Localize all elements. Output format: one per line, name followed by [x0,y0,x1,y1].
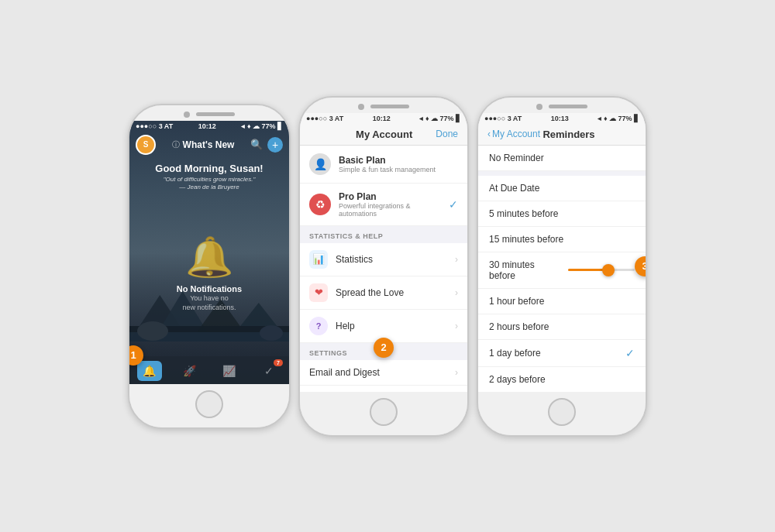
reminder-1-day[interactable]: 1 day before ✓ [478,340,646,367]
info-icon: ⓘ [172,139,180,150]
search-icon[interactable]: 🔍 [250,139,263,150]
help-icon: ? [309,317,328,335]
nav-center: ⓘ What's New [172,139,235,150]
phone-1-status-bar: ●●●○○ 3 AT 10:12 ◂ ♦ ☁ 77% ▋ [129,121,289,132]
statistics-item[interactable]: 📊 Statistics › [300,243,467,276]
phone-1-navbar: S ⓘ What's New 🔍 + [129,132,289,158]
phone-1-bottom [129,384,289,427]
reminder-15-min[interactable]: 15 minutes before [478,227,646,252]
phone-2-status-bar: ●●●○○ 3 AT 10:12 ◂ ♦ ☁ 77% ▋ [300,113,467,124]
carrier-3: ●●●○○ 3 AT [484,115,522,122]
reminder-30-min[interactable]: 30 minutes before [478,252,646,289]
time-2: 10:12 [373,115,391,122]
phone-1: ●●●○○ 3 AT 10:12 ◂ ♦ ☁ 77% ▋ S ⓘ What's … [128,104,291,429]
reminder-label-2-days: 2 days before [489,374,635,385]
tab-tasks[interactable]: ✓ 7 [250,361,290,381]
battery-3: ◂ ♦ ☁ 77% ▋ [598,115,639,122]
reminder-2-days[interactable]: 2 days before [478,367,646,392]
phone-3-screen: ●●●○○ 3 AT 10:13 ◂ ♦ ☁ 77% ▋ ‹ My Accoun… [478,113,646,392]
nav-icons: 🔍 + [250,137,283,153]
spread-love-item[interactable]: ❤ Spread the Love › [300,276,467,310]
reminder-label-2-hours: 2 hours before [489,321,635,332]
quote-text: "Out of difficulties grow miracles." — J… [129,176,289,192]
pro-plan-desc: Powerful integrations & automations [339,202,449,218]
reminder-5-min[interactable]: 5 minutes before [478,201,646,227]
phone-2-title: My Account [356,129,412,140]
step-label-2: 2 [374,338,394,358]
plans-section: 👤 Basic Plan Simple & fun task managemen… [300,146,467,226]
reminder-1-day-check: ✓ [625,347,635,359]
phone-3-navbar: ‹ My Account Reminders [478,124,646,146]
reminder-no-reminder[interactable]: No Reminder [478,146,646,171]
time-1: 10:12 [198,122,216,130]
slider-thumb[interactable] [602,264,615,276]
pro-plan-item[interactable]: ♻ Pro Plan Powerful integrations & autom… [300,184,467,226]
home-button-3[interactable] [548,398,576,426]
basic-plan-item[interactable]: 👤 Basic Plan Simple & fun task managemen… [300,146,467,184]
reminder-slider-container[interactable] [562,269,635,271]
statistics-chevron: › [455,254,458,265]
phone-3-speaker [549,105,587,108]
reminders-item[interactable]: Reminders › [300,386,467,392]
battery-1: ◂ ♦ ☁ 77% ▋ [241,122,283,130]
help-chevron: › [455,321,458,331]
tab-rocket[interactable]: 🚀 [170,361,210,381]
carrier-2: ●●●○○ 3 AT [306,115,343,122]
no-notification-sub: You have no new notifications. [182,293,236,313]
bell-icon: 🔔 [185,235,233,280]
basic-plan-name: Basic Plan [339,155,458,166]
statistics-icon: 📊 [309,250,328,269]
phone-3-bottom [478,392,646,435]
spread-love-chevron: › [455,287,458,298]
battery-2: ◂ ♦ ☁ 77% ▋ [419,115,461,122]
time-3: 10:13 [551,115,569,122]
back-button[interactable]: ‹ My Account [487,129,540,139]
phone-1-screen: ●●●○○ 3 AT 10:12 ◂ ♦ ☁ 77% ▋ S ⓘ What's … [129,121,289,384]
stats-help-section-header: STATISTICS & HELP [300,226,467,243]
home-button-1[interactable] [195,390,223,418]
reminders-list: No Reminder At Due Date 5 minutes before… [478,146,646,392]
help-label: Help [336,321,455,331]
basic-plan-info: Basic Plan Simple & fun task management [339,155,458,173]
home-button-2[interactable] [370,398,398,426]
phone-3: ●●●○○ 3 AT 10:13 ◂ ♦ ☁ 77% ▋ ‹ My Accoun… [477,96,647,437]
phone-2-bottom [300,392,467,435]
phones-container: ●●●○○ 3 AT 10:12 ◂ ♦ ☁ 77% ▋ S ⓘ What's … [112,81,663,452]
reminder-at-due-date[interactable]: At Due Date [478,176,646,201]
phone-1-top [129,105,289,121]
spread-love-label: Spread the Love [336,287,455,298]
user-avatar[interactable]: S [136,135,156,155]
settings-section: Email and Digest › Reminders › Notificat… [300,360,467,392]
email-digest-chevron: › [455,367,458,378]
email-digest-item[interactable]: Email and Digest › [300,360,467,386]
phone-3-top [478,98,646,113]
tab-badge: 7 [274,359,283,366]
notification-area: 🔔 No Notifications You have no new notif… [129,191,289,355]
reminder-label-at-due-date: At Due Date [489,183,635,194]
reminder-label-5-min: 5 minutes before [489,208,635,219]
phone-2-camera [358,104,364,110]
add-button[interactable]: + [267,137,283,153]
greeting-text: Good Morning, Susan! [129,163,289,174]
phone-2: ●●●○○ 3 AT 10:12 ◂ ♦ ☁ 77% ▋ My Account … [298,96,469,437]
phone-1-camera [184,112,190,118]
reminder-1-hour[interactable]: 1 hour before [478,289,646,314]
pro-plan-checkmark: ✓ [449,198,458,211]
reminder-label-1-day: 1 day before [489,348,625,359]
no-notification-title: No Notifications [177,284,242,293]
reminder-slider-track [568,269,635,271]
email-digest-label: Email and Digest [309,367,455,378]
carrier-1: ●●●○○ 3 AT [136,122,173,130]
phone-3-camera [536,104,542,110]
phone-2-navbar: My Account Done [300,124,467,146]
phone-3-title: Reminders [542,129,594,140]
done-button[interactable]: Done [436,129,458,139]
reminder-label-30-min: 30 minutes before [489,259,562,281]
reminder-2-hours[interactable]: 2 hours before [478,314,646,340]
pro-plan-info: Pro Plan Powerful integrations & automat… [339,191,449,218]
phone-2-top [300,98,467,113]
phone-1-title: What's New [183,139,235,150]
tab-analytics[interactable]: 📈 [209,361,250,381]
pro-plan-name: Pro Plan [339,191,449,202]
tab-active-bg: 🔔 [137,361,162,381]
